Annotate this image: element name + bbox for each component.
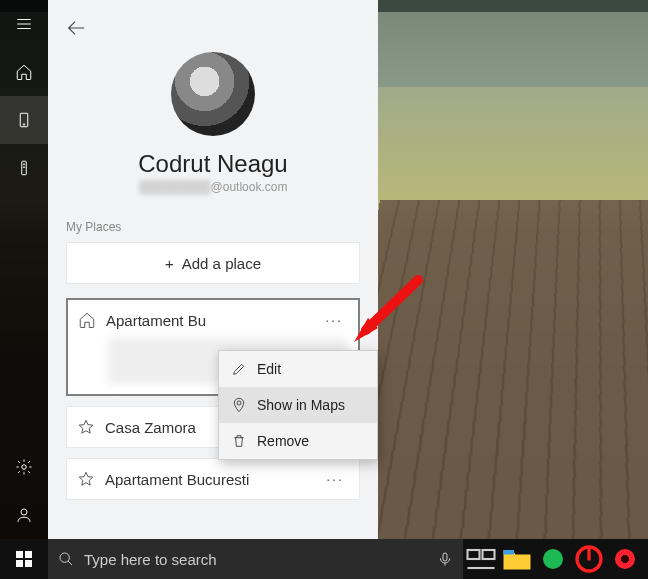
account-icon: [15, 506, 33, 524]
taskbar-app-power[interactable]: [571, 539, 607, 579]
profile-name: Codrut Neagu: [138, 150, 287, 178]
svg-rect-12: [25, 560, 32, 567]
back-arrow-icon: [65, 17, 87, 39]
taskbar: Type here to search: [0, 539, 648, 579]
svg-point-6: [21, 509, 27, 515]
pin-icon: [231, 397, 247, 413]
place-card[interactable]: Apartament Bucuresti ···: [66, 458, 360, 500]
taskbar-app-spotify[interactable]: [535, 539, 571, 579]
svg-rect-14: [443, 553, 447, 561]
ctx-show-in-maps[interactable]: Show in Maps: [219, 387, 377, 423]
svg-point-1: [23, 124, 25, 126]
context-menu: Edit Show in Maps Remove: [218, 350, 378, 460]
taskbar-app-explorer[interactable]: [499, 539, 535, 579]
opera-icon: [615, 549, 635, 569]
taskbar-app-opera[interactable]: [607, 539, 643, 579]
profile-block: Codrut Neagu ████████@outlook.com: [48, 52, 378, 194]
ctx-label: Show in Maps: [257, 397, 345, 413]
ctx-edit[interactable]: Edit: [219, 351, 377, 387]
plus-icon: +: [165, 255, 174, 272]
power-icon: [571, 541, 607, 577]
hamburger-button[interactable]: [0, 0, 48, 48]
rail-home[interactable]: [0, 48, 48, 96]
app-rail: [0, 0, 48, 539]
svg-point-7: [237, 401, 241, 405]
svg-rect-10: [25, 551, 32, 558]
windows-icon: [16, 551, 32, 567]
settings-icon: [15, 458, 33, 476]
search-icon: [58, 551, 74, 567]
home-icon: [78, 311, 96, 329]
add-place-button[interactable]: + Add a place: [66, 242, 360, 284]
start-button[interactable]: [0, 539, 48, 579]
svg-rect-16: [483, 550, 495, 559]
svg-point-13: [60, 553, 69, 562]
place-title: Apartament Bu: [106, 312, 310, 329]
ctx-remove[interactable]: Remove: [219, 423, 377, 459]
pencil-icon: [231, 361, 247, 377]
svg-rect-11: [16, 560, 23, 567]
device-icon: [15, 111, 33, 129]
hamburger-icon: [15, 15, 33, 33]
ctx-label: Remove: [257, 433, 309, 449]
rail-remote[interactable]: [0, 144, 48, 192]
spotify-icon: [543, 549, 563, 569]
svg-point-3: [23, 164, 24, 165]
taskbar-search[interactable]: Type here to search: [48, 539, 463, 579]
place-title: Apartament Bucuresti: [105, 471, 311, 488]
rail-account[interactable]: [0, 491, 48, 539]
task-view-button[interactable]: [463, 539, 499, 579]
back-button[interactable]: [60, 12, 92, 44]
task-view-icon: [463, 541, 499, 577]
profile-email: ████████@outlook.com: [139, 180, 288, 194]
home-icon: [15, 63, 33, 81]
avatar: [171, 52, 255, 136]
add-place-label: Add a place: [182, 255, 261, 272]
trash-icon: [231, 433, 247, 449]
folder-icon: [499, 541, 535, 577]
svg-point-5: [22, 465, 27, 470]
star-icon: [77, 418, 95, 436]
star-icon: [77, 470, 95, 488]
mic-icon[interactable]: [437, 551, 453, 567]
rail-device[interactable]: [0, 96, 48, 144]
svg-rect-9: [16, 551, 23, 558]
ctx-label: Edit: [257, 361, 281, 377]
search-placeholder: Type here to search: [84, 551, 217, 568]
svg-rect-15: [468, 550, 480, 559]
section-label: My Places: [48, 194, 378, 242]
rail-settings[interactable]: [0, 443, 48, 491]
more-button[interactable]: ···: [320, 306, 348, 334]
svg-rect-0: [20, 113, 28, 127]
remote-icon: [15, 159, 33, 177]
svg-rect-17: [504, 550, 515, 555]
svg-point-4: [23, 167, 24, 168]
more-button[interactable]: ···: [321, 465, 349, 493]
